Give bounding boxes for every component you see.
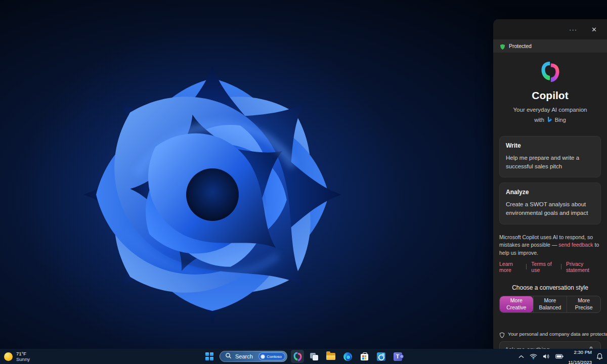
task-view-icon [310,353,318,360]
shield-protected-icon [500,43,505,49]
conversation-style-switcher: More Creative More Balanced More Precise [499,296,601,313]
chevron-up-icon [518,355,524,358]
clock[interactable]: 2:30 PM 11/15/2023 [568,346,592,364]
style-more-creative[interactable]: More Creative [500,296,533,312]
speaker-icon [543,353,550,359]
card-title: Write [506,142,594,149]
teams-button[interactable]: T [391,350,404,363]
suggestion-card-analyze[interactable]: Analyze Create a SWOT analysis about env… [499,183,601,224]
taskbar: 71°F Sunny Search Contoso [0,349,607,364]
panel-content: Copilot Your everyday AI companion with … [493,53,607,349]
wifi-icon [530,353,537,359]
microsoft-store-button[interactable] [358,350,371,363]
copilot-title: Copilot [499,89,601,102]
search-label: Search [235,353,255,359]
more-options-icon[interactable]: ··· [567,25,580,34]
shield-outline-icon [499,331,505,337]
weather-condition: Sunny [16,356,30,362]
teams-icon: T [394,352,402,361]
bing-label: Bing [555,117,566,123]
system-tray: 2:30 PM 11/15/2023 [517,346,604,364]
weather-temperature: 71°F [16,351,30,356]
task-view-button[interactable] [308,350,321,363]
style-more-precise[interactable]: More Precise [567,296,600,312]
folder-icon [326,353,335,360]
clock-time: 2:30 PM [574,349,592,355]
network-button[interactable] [529,352,538,360]
copilot-hero: Copilot Your everyday AI companion with … [499,53,601,123]
copilot-logo-icon [540,61,561,82]
style-more-balanced[interactable]: More Balanced [533,296,567,312]
copilot-icon [293,352,302,361]
taskbar-center: Search Contoso [203,350,404,363]
clock-date: 11/15/2023 [568,359,592,364]
windows-logo-icon [205,352,213,360]
notification-button[interactable] [595,352,604,361]
contoso-badge[interactable]: Contoso [258,352,285,360]
edge-icon [343,352,352,361]
divider [526,264,527,269]
file-explorer-button[interactable] [324,350,337,363]
with-bing-row: with Bing [499,116,601,123]
ai-disclaimer: Microsoft Copilot uses AI to respond, so… [499,234,601,257]
search-icon [225,352,232,361]
edge-button[interactable] [341,350,354,363]
suggestion-card-write[interactable]: Write Help me prepare and write a succes… [499,136,601,177]
outlook-button[interactable] [374,350,387,363]
footer-links: Learn more Terms of use Privacy statemen… [499,261,601,273]
privacy-statement-link[interactable]: Privacy statement [566,261,601,273]
divider [561,264,561,269]
data-protection-text: Your personal and company data are prote… [508,331,607,337]
notification-bell-icon [596,353,603,360]
sunny-icon [4,352,13,361]
outlook-icon [377,352,385,361]
volume-button[interactable] [542,352,551,360]
tray-overflow-button[interactable] [517,354,525,359]
start-button[interactable] [203,350,216,363]
taskbar-copilot-button[interactable] [291,350,304,363]
search-box[interactable]: Search Contoso [220,351,287,362]
close-icon[interactable]: ✕ [589,25,600,34]
battery-icon [555,354,563,359]
bing-logo-icon [546,116,553,123]
card-body: Help me prepare and write a successful s… [506,154,594,170]
data-protection-note: Your personal and company data are prote… [499,331,601,337]
protected-label: Protected [509,43,532,49]
contoso-label: Contoso [267,354,282,359]
conversation-style-heading: Choose a conversation style [499,284,601,291]
send-feedback-link[interactable]: send feedback [558,242,593,248]
learn-more-link[interactable]: Learn more [499,261,522,273]
terms-of-use-link[interactable]: Terms of use [531,261,556,273]
contoso-logo-icon [261,354,265,359]
copilot-panel: ··· ✕ Protected Copilot [493,19,607,349]
card-title: Analyze [506,189,594,196]
store-bag-icon [361,354,368,360]
card-body: Create a SWOT analysis about environment… [506,200,594,217]
protected-badge[interactable]: Protected [493,39,607,53]
battery-button[interactable] [554,353,565,360]
panel-titlebar: ··· ✕ [493,19,607,39]
weather-widget[interactable]: 71°F Sunny [4,351,30,362]
copilot-subtitle: Your everyday AI companion [499,107,601,113]
with-label: with [534,117,544,123]
